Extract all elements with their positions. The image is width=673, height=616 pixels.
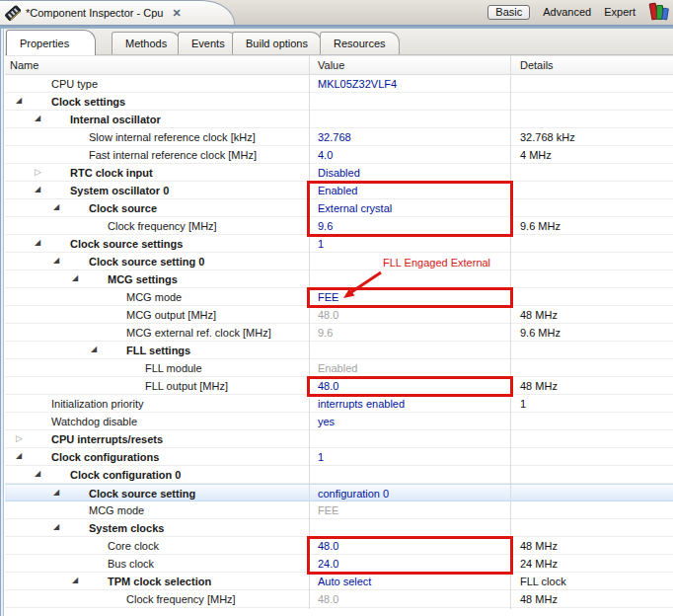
- row-name: Fast internal reference clock [MHz]: [89, 147, 257, 163]
- expand-icon[interactable]: ▷: [35, 164, 46, 180]
- row-value[interactable]: Disabled: [318, 165, 360, 181]
- column-header-details[interactable]: Details: [520, 59, 554, 71]
- row-value[interactable]: 4.0: [318, 147, 333, 163]
- row-name: Watchdog disable: [51, 414, 137, 429]
- table-row[interactable]: ◢MCG settings: [0, 270, 673, 288]
- row-value[interactable]: Enabled: [318, 360, 357, 376]
- row-details: 48 MHz: [520, 591, 558, 607]
- table-header: Name Value Details: [0, 55, 673, 75]
- row-name: Clock configuration 0: [70, 467, 181, 483]
- row-name: Clock source setting 0: [89, 254, 204, 270]
- row-value[interactable]: 1: [318, 236, 324, 252]
- expand-icon[interactable]: ▷: [16, 430, 28, 446]
- tab-properties[interactable]: Properties: [6, 30, 96, 55]
- column-header-name[interactable]: Name: [10, 59, 38, 71]
- table-row[interactable]: ◢System clocks: [0, 519, 673, 537]
- basic-mode-button[interactable]: Basic: [487, 5, 530, 20]
- row-name: Clock source setting: [89, 486, 195, 501]
- collapse-icon[interactable]: ◢: [35, 466, 46, 482]
- table-row[interactable]: MCG modeFEE: [0, 288, 673, 306]
- table-row[interactable]: ◢Clock configuration 0: [0, 466, 673, 484]
- table-row[interactable]: ◢Clock source settingconfiguration 0: [0, 484, 673, 501]
- table-row[interactable]: CPU typeMKL05Z32VLF4: [0, 75, 673, 93]
- table-row[interactable]: Initialization priorityinterrupts enable…: [0, 395, 673, 413]
- row-value[interactable]: 48.0: [318, 378, 338, 394]
- row-value[interactable]: Enabled: [318, 183, 357, 198]
- table-row[interactable]: ◢Internal oscillator: [0, 111, 673, 128]
- table-row[interactable]: Core clock48.048 MHz: [0, 537, 673, 555]
- table-row[interactable]: ◢Clock configurations1: [0, 448, 673, 466]
- collapse-icon[interactable]: ◢: [53, 199, 65, 215]
- row-value[interactable]: 32.768: [318, 129, 351, 145]
- collapse-icon[interactable]: ◢: [53, 253, 65, 269]
- row-name: MCG mode: [126, 289, 182, 305]
- row-value[interactable]: Auto select: [318, 574, 371, 589]
- row-details: 4 MHz: [520, 147, 552, 163]
- collapse-icon[interactable]: ◢: [53, 519, 65, 535]
- column-divider: [510, 55, 511, 609]
- collapse-icon[interactable]: ◢: [35, 182, 46, 197]
- table-row[interactable]: Clock frequency [MHz]9.69.6 MHz: [0, 217, 673, 235]
- column-header-value[interactable]: Value: [318, 59, 344, 71]
- row-value[interactable]: MKL05Z32VLF4: [318, 76, 397, 92]
- table-row[interactable]: MCG output [MHz]48.048 MHz: [0, 306, 673, 324]
- collapse-icon[interactable]: ◢: [35, 235, 46, 251]
- tab-resources[interactable]: Resources: [320, 32, 400, 54]
- blue-book-icon: [661, 8, 669, 21]
- expert-mode-button[interactable]: Expert: [604, 6, 636, 18]
- table-row[interactable]: Clock frequency [MHz]48.048 MHz: [0, 590, 673, 608]
- row-value[interactable]: interrupts enabled: [318, 396, 405, 412]
- row-value[interactable]: 1: [318, 449, 324, 465]
- table-row[interactable]: ◢Clock settings: [0, 93, 673, 111]
- collapse-icon[interactable]: ◢: [72, 573, 84, 588]
- row-value[interactable]: FEE: [318, 502, 338, 518]
- row-value[interactable]: External crystal: [318, 200, 392, 216]
- table-row[interactable]: FLL output [MHz]48.048 MHz: [0, 377, 673, 395]
- row-name: FLL output [MHz]: [145, 378, 228, 394]
- collapse-icon[interactable]: ◢: [16, 448, 28, 464]
- row-value[interactable]: 48.0: [318, 307, 338, 323]
- advanced-mode-button[interactable]: Advanced: [543, 6, 591, 18]
- table-row[interactable]: ◢TPM clock selectionAuto selectFLL clock: [0, 573, 673, 590]
- collapse-icon[interactable]: ◢: [53, 485, 65, 500]
- table-row[interactable]: Slow internal reference clock [kHz]32.76…: [0, 128, 673, 146]
- books-icon[interactable]: [650, 3, 667, 21]
- table-row[interactable]: ▷CPU interrupts/resets: [0, 430, 673, 448]
- editor-tab-component-inspector[interactable]: *Component Inspector - Cpu ✕: [0, 0, 235, 25]
- row-value[interactable]: 9.6: [318, 218, 333, 234]
- collapse-icon[interactable]: ◢: [91, 342, 103, 357]
- row-value[interactable]: 48.0: [318, 591, 338, 607]
- row-details: 1: [520, 396, 526, 412]
- table-row[interactable]: ◢System oscillator 0Enabled: [0, 182, 673, 199]
- table-row[interactable]: ◢Clock sourceExternal crystal: [0, 199, 673, 217]
- row-value[interactable]: 24.0: [318, 556, 338, 572]
- table-row[interactable]: MCG modeFEE: [0, 501, 673, 519]
- row-value[interactable]: 9.6: [318, 325, 333, 341]
- table-row[interactable]: ◢FLL settings: [0, 342, 673, 359]
- table-row[interactable]: MCG external ref. clock [MHz]9.69.6 MHz: [0, 324, 673, 342]
- row-name: MCG settings: [108, 271, 178, 287]
- table-row[interactable]: Bus clock24.024 MHz: [0, 555, 673, 573]
- row-name: Clock source: [89, 200, 157, 216]
- row-name: TPM clock selection: [108, 574, 211, 589]
- row-name: FLL settings: [126, 343, 190, 358]
- row-name: Clock frequency [MHz]: [108, 218, 217, 234]
- collapse-icon[interactable]: ◢: [72, 270, 84, 286]
- row-value[interactable]: configuration 0: [318, 486, 389, 501]
- table-row[interactable]: FLL moduleEnabled: [0, 359, 673, 377]
- close-icon[interactable]: ✕: [172, 7, 181, 20]
- table-row[interactable]: ◢Clock source setting 0: [0, 253, 673, 270]
- row-details: 9.6 MHz: [520, 218, 561, 234]
- table-row[interactable]: Watchdog disableyes: [0, 413, 673, 430]
- tab-build-options[interactable]: Build options: [232, 32, 322, 54]
- table-row[interactable]: ◢Clock source settings1: [0, 235, 673, 253]
- row-value[interactable]: yes: [318, 414, 335, 429]
- table-row[interactable]: Fast internal reference clock [MHz]4.04 …: [0, 146, 673, 164]
- collapse-icon[interactable]: ◢: [16, 93, 28, 109]
- tab-methods[interactable]: Methods: [112, 32, 181, 54]
- tab-events[interactable]: Events: [178, 32, 239, 54]
- row-value[interactable]: 48.0: [318, 538, 338, 554]
- collapse-icon[interactable]: ◢: [35, 111, 46, 126]
- row-value[interactable]: FEE: [318, 289, 338, 305]
- table-row[interactable]: ▷RTC clock inputDisabled: [0, 164, 673, 182]
